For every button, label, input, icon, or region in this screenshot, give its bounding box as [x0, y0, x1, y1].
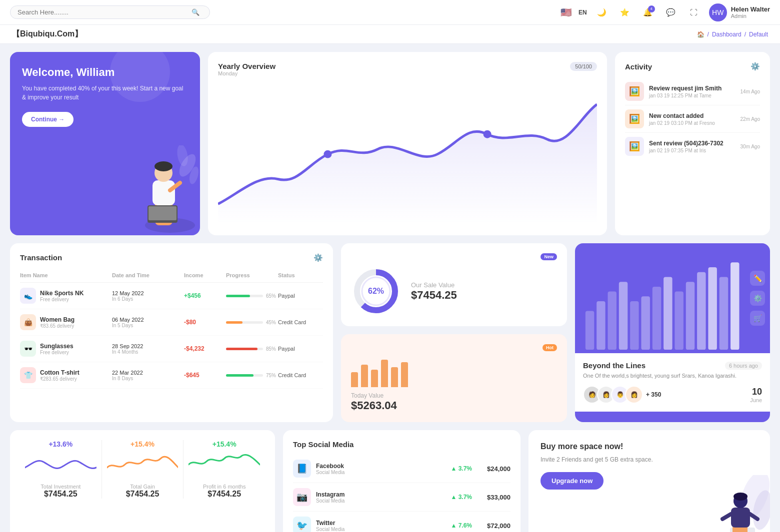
item-info: 👕 Cotton T-shirt ₹283.65 delivery: [20, 367, 110, 383]
svg-rect-2: [152, 180, 175, 205]
chart-icon-3[interactable]: 🛒: [750, 311, 765, 326]
social-row: 📷 Instagram Social Media ▲ 3.7% $33,000: [293, 483, 510, 512]
star-icon[interactable]: ⭐: [617, 4, 633, 20]
brand-title: 【Biqubiqu.Com】: [12, 29, 82, 39]
sale-header: New: [351, 253, 557, 260]
activity-info: Review request jim Smith jan 03 19 12:25…: [649, 85, 736, 98]
upgrade-button[interactable]: Upgrade now: [540, 472, 604, 490]
sale-value: $7454.25: [411, 289, 557, 302]
activity-item-time: 14m Ago: [740, 89, 760, 94]
svg-rect-29: [720, 277, 728, 350]
item-info: 👜 Women Bag ₹83.65 delivery: [20, 314, 110, 330]
activity-info: New contact added jan 02 19 03:10 PM at …: [649, 112, 736, 126]
bar-1: [351, 372, 358, 387]
item-icon: 🕶️: [20, 341, 36, 357]
social-type: Social Media: [316, 470, 344, 475]
beyond-lines-section: Beyond the Lines 6 hours ago One Of the …: [575, 353, 770, 412]
breadcrumb-default[interactable]: Default: [749, 31, 768, 38]
moon-icon[interactable]: 🌙: [594, 4, 610, 20]
bar-6: [401, 362, 408, 387]
item-progress: 45%: [226, 320, 276, 325]
today-value: $5263.04: [351, 399, 557, 412]
social-type: Social Media: [316, 498, 344, 504]
svg-rect-30: [730, 263, 739, 350]
bar-chart-area: ✏️ ⚙️ 🛒: [575, 243, 770, 353]
item-income: -$645: [184, 372, 224, 379]
notification-badge: 4: [648, 5, 655, 12]
beyond-day: 10: [750, 387, 762, 397]
svg-point-32: [750, 489, 770, 532]
activity-item: 🖼️ Sent review (504)236-7302 jan 02 19 0…: [625, 133, 760, 160]
fullscreen-icon[interactable]: ⛶: [686, 4, 702, 20]
stat-pct: +13.6%: [25, 440, 96, 448]
activity-thumb: 🖼️: [625, 137, 644, 156]
yearly-chart: [218, 84, 597, 224]
beyond-avatars-row: 🧑 👩 👨 👩 + 350: [583, 386, 661, 404]
beyond-month: June: [750, 397, 762, 403]
stat-label: Total Gain: [107, 484, 178, 490]
activity-settings-button[interactable]: ⚙️: [750, 62, 760, 71]
transaction-settings-button[interactable]: ⚙️: [314, 253, 323, 262]
item-income: +$456: [184, 292, 224, 299]
search-icon: 🔍: [192, 8, 200, 16]
space-card: Buy more space now! Invite 2 Friends and…: [528, 430, 770, 532]
user-role: Admin: [731, 13, 770, 19]
social-card: Top Social Media 📘 Facebook Social Media…: [283, 430, 520, 532]
bar-2: [361, 365, 368, 387]
col-progress: Progress: [226, 272, 276, 278]
table-row: 🕶️ Sunglasses Free delivery 28 Sep 2022 …: [20, 336, 323, 362]
chart-icon-1[interactable]: ✏️: [750, 271, 765, 286]
activity-item-time: 22m Ago: [740, 116, 760, 122]
welcome-illustration: [120, 52, 200, 235]
search-input[interactable]: [18, 8, 188, 16]
activity-thumb: 🖼️: [625, 109, 644, 128]
activity-info: Sent review (504)236-7302 jan 02 19 07:3…: [649, 140, 736, 153]
bar-5: [391, 367, 398, 387]
overview-title: Yearly Overview: [218, 62, 276, 70]
social-amount: $33,000: [487, 494, 510, 501]
row-2: Transaction ⚙️ Item Name Date and Time I…: [10, 243, 770, 422]
sale-label: Our Sale Value: [411, 281, 557, 289]
item-icon: 👜: [20, 314, 36, 330]
item-date: 22 Mar 2022 In 8 Days: [112, 370, 182, 381]
item-name: Women Bag: [40, 316, 74, 323]
sale-info: Our Sale Value $7454.25: [411, 281, 557, 302]
item-name: Nike Sports NK: [40, 290, 84, 297]
activity-item-title: Review request jim Smith: [649, 85, 736, 92]
social-amount: $72,000: [487, 522, 510, 530]
stat-label: Profit in 6 months: [188, 484, 260, 490]
table-header: Item Name Date and Time Income Progress …: [20, 268, 323, 283]
mini-wave-chart: [188, 452, 260, 477]
item-info: 🕶️ Sunglasses Free delivery: [20, 341, 110, 357]
breadcrumb-dashboard[interactable]: Dashboard: [712, 31, 742, 38]
table-row: 👕 Cotton T-shirt ₹283.65 delivery 22 Mar…: [20, 362, 323, 389]
item-icon: 👕: [20, 367, 36, 383]
today-header: Hot: [351, 344, 557, 351]
col-item: Item Name: [20, 272, 110, 278]
social-type: Social Media: [316, 527, 344, 532]
item-status: Paypal: [278, 346, 323, 352]
svg-rect-21: [630, 301, 638, 350]
item-status: Paypal: [278, 293, 323, 299]
space-title: Buy more space now!: [540, 442, 758, 451]
notification-icon[interactable]: 🔔 4: [640, 4, 656, 20]
user-info[interactable]: HW Helen Walter Admin: [709, 3, 770, 21]
col-status: Status: [278, 272, 323, 278]
row-3: +13.6% Total Investment $7454.25 +15.4% …: [10, 430, 770, 532]
continue-button[interactable]: Continue →: [22, 112, 74, 127]
item-progress: 85%: [226, 346, 276, 352]
svg-rect-6: [148, 206, 176, 220]
mini-wave-chart: [107, 452, 178, 477]
today-bars: [351, 357, 557, 387]
svg-rect-35: [740, 525, 748, 532]
svg-rect-20: [619, 282, 628, 350]
chart-icon-2[interactable]: ⚙️: [750, 291, 765, 306]
user-name: Helen Walter: [731, 5, 770, 13]
social-name: Twitter: [316, 520, 344, 527]
stat-value: $7454.25: [188, 490, 260, 499]
search-box[interactable]: 🔍: [10, 5, 210, 19]
message-icon[interactable]: 💬: [663, 4, 679, 20]
mini-wave-chart: [25, 452, 96, 477]
home-icon[interactable]: 🏠: [697, 31, 704, 38]
item-date: 28 Sep 2022 In 4 Months: [112, 343, 182, 355]
